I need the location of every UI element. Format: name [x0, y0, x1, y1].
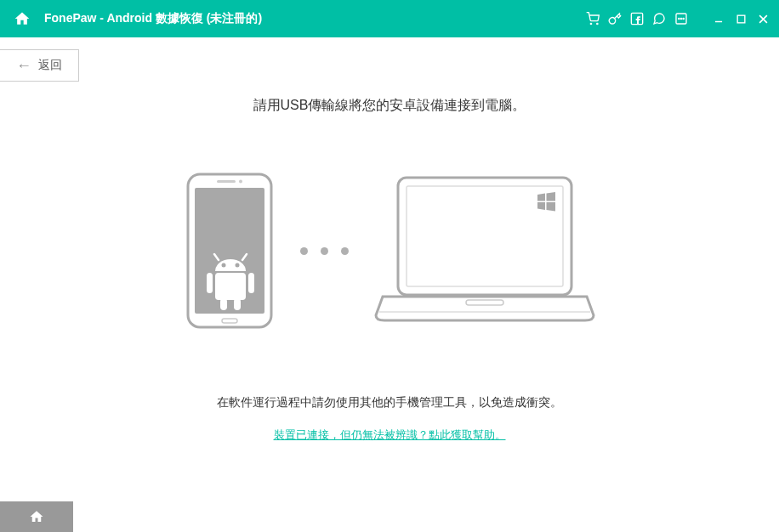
svg-marker-28 — [546, 192, 555, 201]
svg-rect-31 — [466, 300, 503, 305]
svg-marker-29 — [537, 202, 545, 210]
facebook-icon[interactable] — [629, 11, 645, 26]
phone-illustration — [185, 173, 275, 329]
svg-rect-15 — [222, 319, 237, 323]
app-title: FonePaw - Android 數據恢復 (未注冊的) — [44, 11, 262, 26]
key-icon[interactable] — [607, 11, 623, 26]
svg-point-0 — [590, 23, 591, 24]
help-link[interactable]: 裝置已連接，但仍無法被辨識？點此獲取幫助。 — [274, 427, 506, 443]
home-icon — [29, 509, 44, 524]
footer-home-button[interactable] — [0, 501, 73, 532]
warning-text: 在軟件運行過程中請勿使用其他的手機管理工具，以免造成衝突。 — [0, 395, 779, 410]
svg-rect-13 — [217, 180, 236, 183]
close-icon[interactable] — [755, 11, 770, 26]
back-button[interactable]: ← 返回 — [0, 49, 79, 82]
titlebar: FonePaw - Android 數據恢復 (未注冊的) — [0, 0, 779, 37]
svg-rect-24 — [234, 298, 241, 310]
svg-marker-30 — [546, 202, 555, 212]
svg-point-5 — [680, 18, 681, 19]
svg-rect-8 — [737, 15, 745, 23]
maximize-icon[interactable] — [733, 11, 748, 26]
minimize-icon[interactable] — [711, 11, 726, 26]
svg-point-18 — [235, 263, 239, 268]
connection-illustration — [0, 166, 779, 336]
home-icon[interactable] — [14, 10, 31, 27]
back-arrow-icon: ← — [16, 57, 31, 75]
svg-rect-25 — [398, 178, 571, 295]
svg-marker-27 — [537, 194, 545, 201]
svg-point-6 — [683, 18, 684, 19]
feedback-icon[interactable] — [651, 11, 667, 26]
cart-icon[interactable] — [585, 11, 600, 26]
laptop-illustration — [374, 173, 595, 329]
svg-rect-23 — [220, 298, 227, 310]
svg-rect-22 — [248, 273, 254, 293]
svg-point-4 — [679, 18, 679, 19]
main-content: 請用USB傳輸線將您的安卓設備連接到電腦。 — [0, 82, 779, 443]
svg-point-1 — [597, 23, 598, 24]
svg-rect-21 — [207, 273, 213, 293]
svg-rect-16 — [215, 273, 246, 300]
menu-icon[interactable] — [674, 11, 689, 26]
titlebar-controls — [585, 11, 770, 26]
back-label: 返回 — [38, 58, 62, 73]
svg-point-14 — [239, 180, 242, 184]
connection-dots — [300, 247, 349, 255]
instruction-text: 請用USB傳輸線將您的安卓設備連接到電腦。 — [0, 97, 779, 115]
svg-point-17 — [221, 263, 225, 268]
svg-rect-26 — [407, 186, 563, 286]
